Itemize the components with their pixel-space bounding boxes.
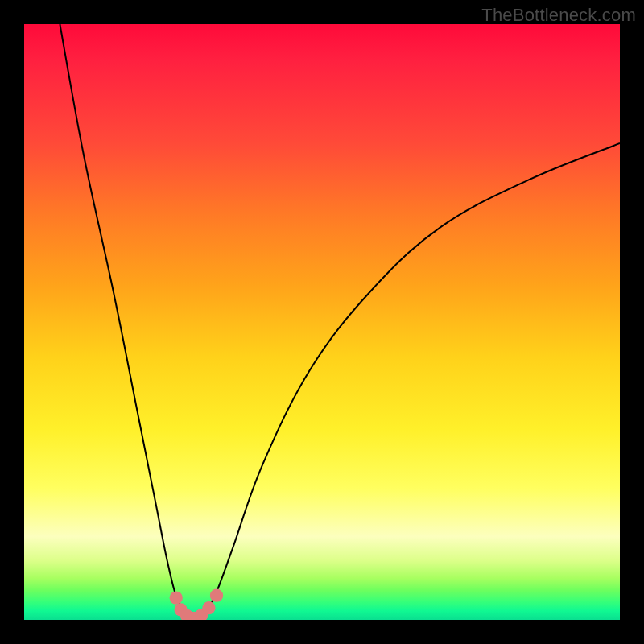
- watermark-text: TheBottleneck.com: [481, 5, 636, 26]
- dots-group: [170, 589, 224, 620]
- valley-dot: [170, 591, 183, 604]
- valley-dots: [24, 24, 620, 620]
- valley-dot: [202, 601, 215, 614]
- plot-area: [24, 24, 620, 620]
- valley-dot: [210, 589, 223, 602]
